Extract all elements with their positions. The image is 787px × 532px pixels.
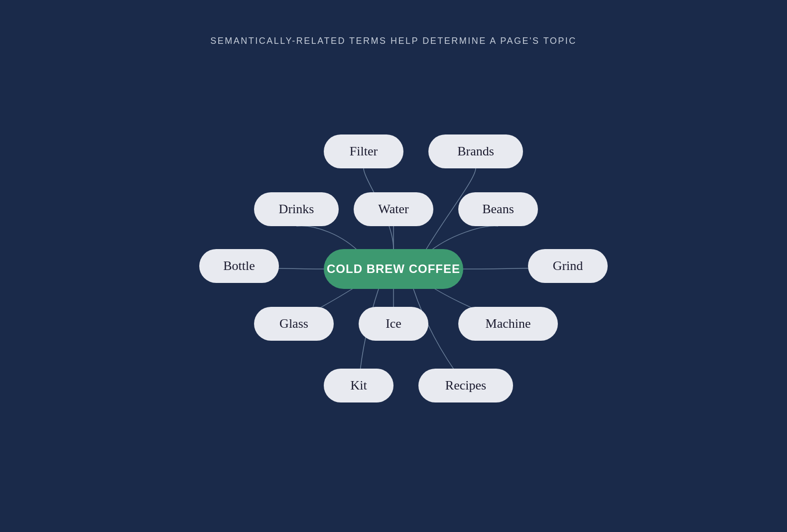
beans-node: Beans [458,192,538,226]
diagram-container: COLD BREW COFFEE Filter Brands Drinks Wa… [169,80,618,458]
ice-node: Ice [359,307,428,341]
filter-node: Filter [324,134,403,168]
kit-node: Kit [324,369,394,402]
water-node: Water [354,192,433,226]
recipes-node: Recipes [418,369,513,402]
grind-node: Grind [528,249,608,283]
machine-node: Machine [458,307,558,341]
center-node: COLD BREW COFFEE [324,249,463,289]
brands-node: Brands [428,134,523,168]
drinks-node: Drinks [254,192,339,226]
bottle-node: Bottle [199,249,279,283]
glass-node: Glass [254,307,334,341]
